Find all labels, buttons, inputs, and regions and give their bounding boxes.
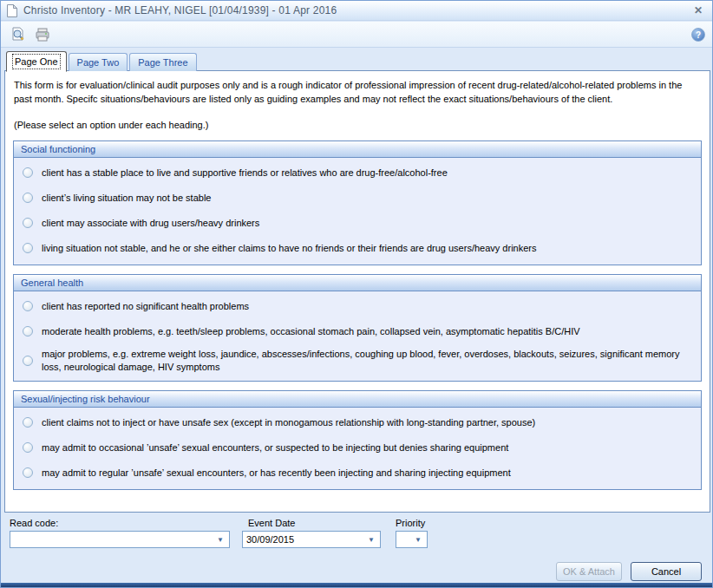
section-body: client has a stable place to live and su… (14, 158, 701, 265)
print-button[interactable] (32, 24, 53, 45)
radio-option[interactable]: client may associate with drug users/hea… (14, 211, 701, 236)
sections-container: Social functioning client has a stable p… (5, 140, 710, 490)
radio-button-icon[interactable] (23, 167, 33, 178)
question-section: Sexual/injecting risk behaviour client c… (13, 390, 702, 490)
priority-label: Priority (396, 518, 425, 528)
tab-strip: Page One Page Two Page Three (6, 50, 199, 71)
dropdown-arrow-icon[interactable]: ▼ (409, 536, 427, 544)
question-section: Social functioning client has a stable p… (13, 140, 702, 265)
radio-button-icon[interactable] (23, 467, 33, 478)
radio-button-icon[interactable] (23, 243, 33, 253)
window-title: Christo Inventory - MR LEAHY, NIGEL [01/… (23, 4, 690, 16)
intro-text: This form is for evaluation/clinical aud… (14, 79, 701, 107)
radio-option[interactable]: may admit to regular ’unsafe’ sexual enc… (14, 461, 701, 486)
radio-option[interactable]: client’s living situation may not be sta… (14, 186, 701, 211)
radio-button-icon[interactable] (23, 417, 33, 428)
title-bar: Christo Inventory - MR LEAHY, NIGEL [01/… (1, 1, 712, 21)
radio-option-label: client claims not to inject or have unsa… (42, 416, 535, 429)
close-icon[interactable]: ✕ (690, 1, 707, 21)
tab-panel: This form is for evaluation/clinical aud… (4, 70, 710, 513)
footer-form: Read code: Event Date Priority ▼ 30/09/2… (1, 513, 712, 583)
read-code-select[interactable]: ▼ (10, 531, 230, 548)
radio-button-icon[interactable] (23, 301, 33, 311)
radio-option[interactable]: living situation not stable, and he or s… (14, 236, 701, 261)
toolbar: ? (1, 22, 712, 48)
help-icon[interactable]: ? (691, 28, 705, 42)
tab-page-two[interactable]: Page Two (69, 53, 128, 71)
radio-button-icon[interactable] (23, 193, 33, 203)
radio-button-icon[interactable] (23, 218, 33, 228)
tab-page-one[interactable]: Page One (6, 51, 67, 72)
radio-option-label: living situation not stable, and he or s… (42, 242, 536, 255)
radio-option-label: client has reported no significant healt… (42, 300, 249, 313)
radio-button-icon[interactable] (23, 356, 33, 366)
print-preview-button[interactable] (8, 24, 29, 45)
window-bottom-edge (1, 583, 712, 587)
print-preview-icon (10, 27, 26, 42)
dropdown-arrow-icon[interactable]: ▼ (363, 536, 380, 544)
radio-option-label: client may associate with drug users/hea… (42, 217, 259, 230)
tab-label: Page One (15, 56, 58, 67)
section-body: client has reported no significant healt… (14, 291, 701, 381)
event-date-select[interactable]: 30/09/2015 ▼ (242, 531, 381, 548)
radio-option[interactable]: major problems, e.g. extreme weight loss… (14, 344, 701, 377)
priority-select[interactable]: ▼ (396, 531, 428, 548)
document-icon (6, 3, 18, 18)
radio-option-label: moderate health problems, e.g. teeth/sle… (42, 325, 580, 338)
question-section: General health client has reported no si… (13, 274, 702, 382)
radio-option-label: major problems, e.g. extreme weight loss… (42, 348, 690, 374)
tab-label: Page Two (77, 57, 120, 68)
section-heading: Social functioning (14, 141, 701, 158)
dropdown-arrow-icon[interactable]: ▼ (212, 536, 229, 544)
tab-page-three[interactable]: Page Three (129, 53, 196, 71)
dialog-window: Christo Inventory - MR LEAHY, NIGEL [01/… (0, 0, 713, 588)
cancel-button[interactable]: Cancel (631, 562, 702, 581)
radio-option[interactable]: client claims not to inject or have unsa… (14, 410, 701, 435)
tab-label: Page Three (138, 57, 187, 68)
radio-option[interactable]: client has a stable place to live and su… (14, 160, 701, 186)
radio-option[interactable]: client has reported no significant healt… (14, 294, 701, 319)
instruction-text: (Please select an option under each head… (14, 120, 701, 130)
event-date-label: Event Date (248, 518, 295, 528)
radio-option[interactable]: may admit to occasional ’unsafe’ sexual … (14, 435, 701, 461)
section-heading: Sexual/injecting risk behaviour (14, 391, 701, 408)
printer-icon (35, 27, 50, 42)
section-body: client claims not to inject or have unsa… (14, 408, 701, 489)
radio-button-icon[interactable] (23, 442, 33, 453)
ok-attach-button[interactable]: OK & Attach (556, 562, 622, 581)
radio-option-label: may admit to regular ’unsafe’ sexual enc… (42, 467, 511, 480)
radio-button-icon[interactable] (23, 326, 33, 336)
radio-option-label: client’s living situation may not be sta… (42, 192, 211, 205)
section-heading: General health (14, 275, 701, 291)
radio-option-label: may admit to occasional ’unsafe’ sexual … (42, 441, 508, 454)
read-code-label: Read code: (10, 518, 58, 528)
radio-option[interactable]: moderate health problems, e.g. teeth/sle… (14, 319, 701, 344)
radio-option-label: client has a stable place to live and su… (42, 167, 448, 180)
event-date-value: 30/09/2015 (246, 534, 294, 545)
